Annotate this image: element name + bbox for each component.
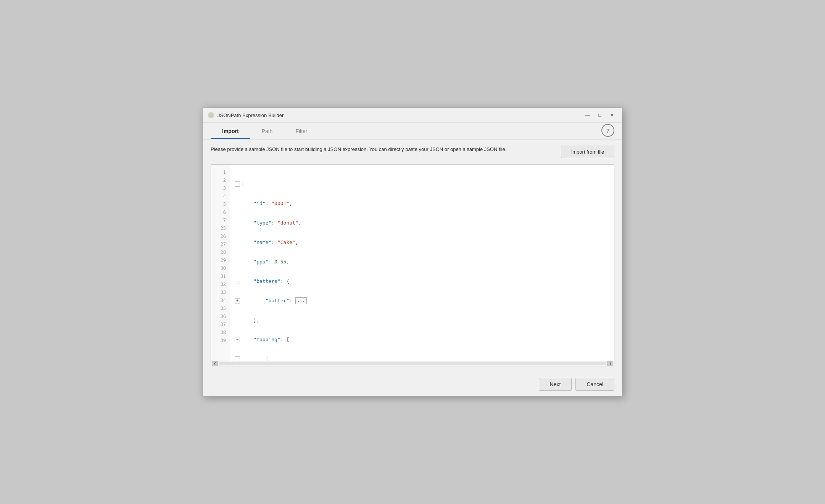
line-num-2: 2	[211, 177, 230, 185]
line-num-37: 37	[211, 321, 230, 329]
line-num-36: 36	[211, 313, 230, 321]
line-num-7: 7	[211, 217, 230, 225]
fold-27[interactable]: −	[235, 356, 240, 361]
code-line-26: − "topping": [	[235, 335, 609, 343]
import-from-file-button[interactable]: Import from file	[561, 146, 614, 158]
line-num-5: 5	[211, 201, 230, 209]
line-num-6: 6	[211, 209, 230, 217]
fold-26[interactable]: −	[235, 337, 240, 342]
tab-filter[interactable]: Filter	[284, 123, 319, 139]
content-area: Please provide a sample JSON file to sta…	[203, 140, 622, 372]
svg-text:⚡: ⚡	[208, 112, 214, 118]
next-button[interactable]: Next	[539, 378, 572, 391]
window-title: JSONPath Expression Builder	[218, 112, 582, 118]
fold-1[interactable]: −	[235, 181, 240, 187]
info-panel: Please provide a sample JSON file to sta…	[211, 146, 614, 158]
code-line-6: − "batters": {	[235, 277, 609, 285]
code-line-2: "id": "0001",	[235, 199, 609, 207]
line-num-33: 33	[211, 289, 230, 297]
scroll-left-arrow[interactable]: ❮	[212, 361, 218, 366]
footer: Next Cancel	[203, 372, 622, 396]
code-line-5: "ppu": 0.55,	[235, 258, 609, 266]
code-line-7: + "batter": ...	[235, 297, 609, 305]
main-window: ⚡ JSONPath Expression Builder — □ ✕ Impo…	[203, 108, 622, 396]
line-num-28: 28	[211, 249, 230, 257]
editor-content: 1 2 3 4 5 6 7 25 26 27 28 29 30 31	[211, 165, 614, 361]
minimize-button[interactable]: —	[582, 111, 593, 119]
tab-path[interactable]: Path	[250, 123, 284, 139]
fold-6[interactable]: −	[235, 279, 240, 284]
code-area[interactable]: −[ "id": "0001", "type": "donut", "name"…	[230, 165, 614, 361]
close-button[interactable]: ✕	[607, 111, 617, 119]
line-num-32: 32	[211, 281, 230, 289]
info-text: Please provide a sample JSON file to sta…	[211, 146, 506, 153]
code-line-1: −[	[235, 180, 609, 188]
window-controls: — □ ✕	[582, 111, 617, 119]
help-button[interactable]: ?	[601, 124, 614, 137]
code-line-4: "name": "Cake",	[235, 238, 609, 246]
app-icon: ⚡	[208, 112, 214, 119]
tabs-bar: Import Path Filter ?	[203, 123, 622, 140]
line-num-34: 34	[211, 297, 230, 305]
scroll-right-arrow[interactable]: ❯	[607, 361, 613, 366]
line-num-27: 27	[211, 241, 230, 249]
line-num-29: 29	[211, 257, 230, 265]
horizontal-scrollbar[interactable]: ❮ ❯	[211, 361, 614, 366]
tab-import[interactable]: Import	[211, 123, 250, 139]
line-num-39: 39	[211, 337, 230, 345]
code-line-3: "type": "donut",	[235, 219, 609, 227]
maximize-button[interactable]: □	[595, 111, 605, 119]
collapsed-batter[interactable]: ...	[295, 297, 307, 304]
line-num-30: 30	[211, 265, 230, 273]
line-num-38: 38	[211, 329, 230, 337]
editor-scroll-area[interactable]: 1 2 3 4 5 6 7 25 26 27 28 29 30 31	[211, 165, 614, 361]
line-num-26: 26	[211, 233, 230, 241]
line-num-25: 25	[211, 225, 230, 233]
cancel-button[interactable]: Cancel	[575, 378, 614, 391]
line-num-35: 35	[211, 305, 230, 313]
line-num-31: 31	[211, 273, 230, 281]
line-num-3: 3	[211, 185, 230, 193]
title-bar: ⚡ JSONPath Expression Builder — □ ✕	[203, 108, 622, 123]
code-line-27: − {	[235, 355, 609, 361]
scroll-track-h[interactable]	[219, 362, 606, 365]
fold-7[interactable]: +	[235, 298, 240, 303]
editor-panel: 1 2 3 4 5 6 7 25 26 27 28 29 30 31	[211, 164, 614, 366]
line-numbers: 1 2 3 4 5 6 7 25 26 27 28 29 30 31	[211, 165, 230, 361]
line-num-4: 4	[211, 193, 230, 201]
code-line-25: },	[235, 316, 609, 324]
line-num-1: 1	[211, 169, 230, 177]
